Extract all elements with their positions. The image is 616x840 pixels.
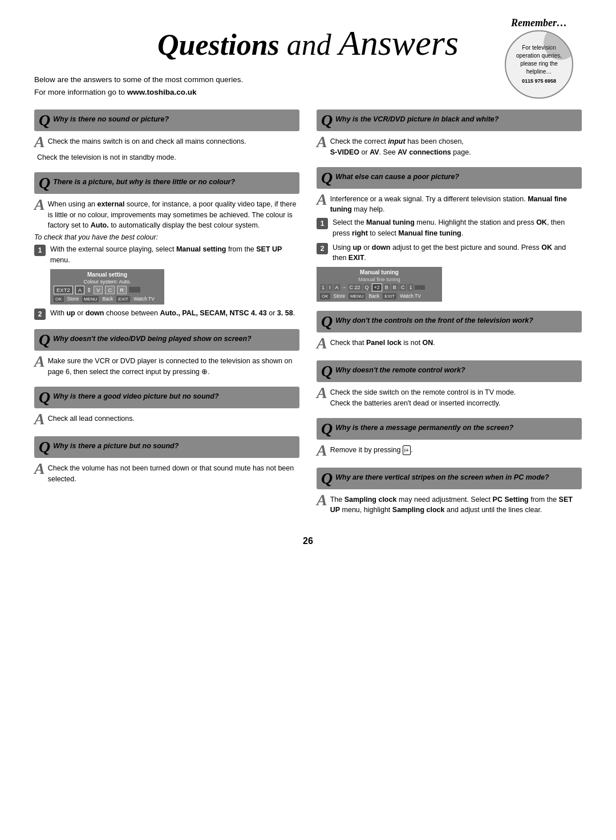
step-text-2: With up or down choose between Auto., PA… — [50, 308, 295, 319]
main-title: Questions and Answers — [157, 23, 459, 63]
tc-i: I — [327, 284, 333, 291]
r-btn-exit: EXIT — [383, 293, 396, 299]
btn-exit-label: Watch TV — [133, 296, 155, 302]
step-text-1: With the external source playing, select… — [50, 244, 299, 266]
q-letter-3: Q — [39, 332, 50, 348]
r-q-letter-6: Q — [321, 470, 333, 486]
rqa-block-3: Q Why don't the controls on the front of… — [317, 311, 582, 351]
r-q-letter-3: Q — [321, 314, 333, 330]
r-btn-exit-label: Watch TV — [400, 293, 421, 299]
remember-circle: For television operation queries, please… — [505, 30, 573, 99]
r-question-row-4: Q Why doesn't the remote control work? — [317, 360, 582, 382]
question-row-2: Q There is a picture, but why is there l… — [34, 172, 299, 194]
r-a-letter-1: A — [317, 134, 327, 150]
r-q-text-5: Why is there a message permanently on th… — [335, 421, 513, 433]
a-text-2: When using an external source, for insta… — [48, 197, 299, 231]
answer-row-1: A Check the mains switch is on and check… — [34, 134, 299, 150]
tc-one: 1 — [407, 284, 414, 291]
r-question-row-5: Q Why is there a message permanently on … — [317, 418, 582, 440]
r-question-row-2: Q What else can cause a poor picture? — [317, 167, 582, 189]
r-a-letter-5: A — [317, 443, 327, 458]
r-answer-row-4: A Check the side switch on the remote co… — [317, 385, 582, 409]
qa-block-5: Q Why is there a picture but no sound? A… — [34, 436, 299, 485]
rqa-block-2: Q What else can cause a poor picture? A … — [317, 167, 582, 302]
r-answer-row-3: A Check that Panel lock is not ON. — [317, 335, 582, 351]
page-number: 26 — [34, 536, 582, 546]
r-a-text-4: Check the side switch on the remote cont… — [330, 385, 516, 409]
screen-c: C — [105, 286, 115, 294]
r-question-row-1: Q Why is the VCR/DVD picture in black an… — [317, 109, 582, 131]
r-q-text-3: Why don't the controls on the front of t… — [335, 314, 533, 326]
screen-row1: Colour system: Auto. — [54, 279, 161, 285]
tc-c22: C 22 — [348, 284, 362, 291]
q-text-5: Why is there a picture but no sound? — [53, 439, 179, 452]
r-btn-ok-label: Store — [334, 293, 345, 299]
r-answer-row-6: A The Sampling clock may need adjustment… — [317, 492, 582, 516]
tc-bar — [415, 285, 425, 290]
a-text-4: Check all lead connections. — [48, 411, 135, 424]
r-step-text-2: Using up or down adjust to get the best … — [333, 242, 582, 264]
r-screen-footer: OK Store MENU Back EXIT Watch TV — [320, 293, 439, 299]
bold-svideo: S-VIDEO — [330, 148, 359, 156]
r-a-letter-4: A — [317, 385, 327, 401]
question-row-4: Q Why is there a good video picture but … — [34, 387, 299, 408]
remember-text: For television operation queries, please… — [512, 44, 566, 76]
a-letter-3: A — [34, 354, 45, 370]
btn-ok-label: Store — [67, 296, 79, 302]
q-text-1: Why is there no sound or picture? — [53, 112, 169, 125]
r-q-letter-2: Q — [321, 170, 333, 186]
tc-q: Q — [363, 284, 371, 291]
manual-tuning-screen: Manual tuning Manual fine tuning 1 I A →… — [317, 267, 442, 302]
title-and: and — [279, 29, 339, 61]
qa-block-3: Q Why doesn't the video/DVD being played… — [34, 329, 299, 378]
bold-input: input — [388, 137, 406, 145]
r-q-text-2: What else can cause a poor picture? — [335, 170, 459, 182]
bold-panel-lock: Panel lock — [366, 339, 402, 347]
screen-v: V — [94, 286, 103, 294]
step1-bold: Manual setting — [176, 245, 226, 253]
rqa-block-6: Q Why are there vertical stripes on the … — [317, 468, 582, 516]
r-step-1: 1 Select the Manual tuning menu. Highlig… — [317, 217, 582, 239]
r-screen-title: Manual tuning — [320, 269, 439, 275]
screen-ext2: EXT2 — [54, 286, 73, 294]
left-column: Q Why is there no sound or picture? A Ch… — [34, 109, 299, 525]
right-column: Q Why is the VCR/DVD picture in black an… — [317, 109, 582, 525]
tc-plus2: +2 — [372, 283, 382, 291]
r-q-letter-1: Q — [321, 112, 333, 128]
a-text-1b: Check the television is not in standby m… — [34, 152, 299, 163]
step-1-left: 1 With the external source playing, sele… — [34, 244, 299, 266]
r-a-text-6: The Sampling clock may need adjustment. … — [330, 492, 582, 516]
q-letter-1: Q — [39, 112, 50, 128]
question-row-1: Q Why is there no sound or picture? — [34, 109, 299, 131]
qa-block-2: Q There is a picture, but why is there l… — [34, 172, 299, 320]
panel-lock-answer: Check that Panel lock is not ON. — [330, 335, 435, 348]
rqa-block-1: Q Why is the VCR/DVD picture in black an… — [317, 109, 582, 158]
r-step-num-2: 2 — [317, 243, 328, 254]
a-letter-4: A — [34, 411, 45, 427]
rqa-block-5: Q Why is there a message permanently on … — [317, 418, 582, 458]
qa-block-1: Q Why is there no sound or picture? A Ch… — [34, 109, 299, 163]
r-a-text-1: Check the correct input has been chosen,… — [330, 134, 471, 158]
r-btn-menu: MENU — [348, 293, 366, 299]
page-header: Questions and Answers Remember… For tele… — [34, 23, 582, 63]
screen-arrow: ⇕ — [87, 287, 91, 293]
a-text-3: Make sure the VCR or DVD player is conne… — [48, 354, 299, 378]
remember-label: Remember… — [496, 17, 582, 29]
q-letter-5: Q — [39, 439, 50, 455]
link-av-connections: AV connections — [398, 148, 451, 156]
q-text-4: Why is there a good video picture but no… — [53, 389, 218, 402]
bold-av: AV — [370, 148, 379, 156]
r-a-text-5: Remove it by pressing i+. — [330, 443, 413, 456]
r-question-row-6: Q Why are there vertical stripes on the … — [317, 468, 582, 489]
r-q-text-1: Why is the VCR/DVD picture in black and … — [335, 112, 499, 125]
r-question-row-3: Q Why don't the controls on the front of… — [317, 311, 582, 332]
question-row-3: Q Why doesn't the video/DVD being played… — [34, 329, 299, 351]
r-a-text-2: Interference or a weak signal. Try a dif… — [330, 192, 582, 216]
q-letter-2: Q — [39, 175, 50, 191]
screen-r: R — [117, 286, 127, 294]
tc-1: 1 — [320, 284, 326, 291]
r-q-letter-5: Q — [321, 421, 333, 437]
screen-a: A — [75, 286, 84, 294]
question-row-5: Q Why is there a picture but no sound? — [34, 436, 299, 458]
tc-b2: B — [391, 284, 398, 291]
